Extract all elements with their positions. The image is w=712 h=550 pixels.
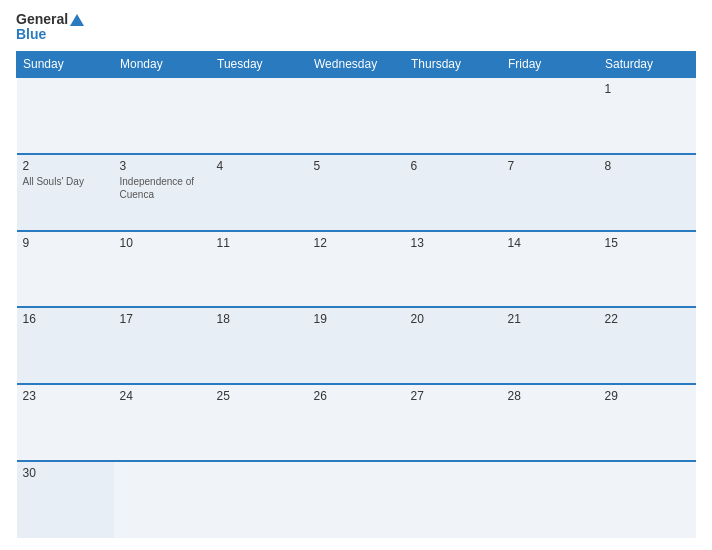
day-number: 2 (23, 159, 108, 173)
day-number: 21 (508, 312, 593, 326)
day-number: 26 (314, 389, 399, 403)
day-number: 3 (120, 159, 205, 173)
weekday-header-wednesday: Wednesday (308, 51, 405, 77)
calendar-cell: 21 (502, 307, 599, 384)
calendar-cell: 26 (308, 384, 405, 461)
day-number: 12 (314, 236, 399, 250)
calendar-cell: 8 (599, 154, 696, 231)
logo-blue-text: Blue (16, 27, 46, 42)
day-number: 6 (411, 159, 496, 173)
calendar-cell: 14 (502, 231, 599, 308)
calendar-cell (599, 461, 696, 538)
day-number: 7 (508, 159, 593, 173)
calendar-cell: 13 (405, 231, 502, 308)
calendar-cell: 11 (211, 231, 308, 308)
day-number: 29 (605, 389, 690, 403)
day-number: 19 (314, 312, 399, 326)
calendar-cell: 15 (599, 231, 696, 308)
calendar-cell (308, 77, 405, 154)
weekday-header-thursday: Thursday (405, 51, 502, 77)
day-number: 15 (605, 236, 690, 250)
week-row-5: 23242526272829 (17, 384, 696, 461)
day-number: 28 (508, 389, 593, 403)
weekday-header-friday: Friday (502, 51, 599, 77)
day-number: 18 (217, 312, 302, 326)
day-number: 14 (508, 236, 593, 250)
day-number: 11 (217, 236, 302, 250)
calendar-cell: 6 (405, 154, 502, 231)
calendar-cell: 2All Souls' Day (17, 154, 114, 231)
calendar-cell: 20 (405, 307, 502, 384)
calendar-cell (502, 77, 599, 154)
calendar-cell (114, 461, 211, 538)
day-number: 22 (605, 312, 690, 326)
calendar-cell: 22 (599, 307, 696, 384)
day-number: 8 (605, 159, 690, 173)
day-number: 5 (314, 159, 399, 173)
calendar-table: SundayMondayTuesdayWednesdayThursdayFrid… (16, 51, 696, 538)
day-number: 30 (23, 466, 108, 480)
weekday-header-sunday: Sunday (17, 51, 114, 77)
calendar-cell: 12 (308, 231, 405, 308)
weekday-header-monday: Monday (114, 51, 211, 77)
calendar-cell: 9 (17, 231, 114, 308)
calendar-cell (405, 461, 502, 538)
logo-general-text: General (16, 12, 68, 27)
day-number: 23 (23, 389, 108, 403)
calendar-header: General Blue (16, 12, 696, 43)
weekday-header-saturday: Saturday (599, 51, 696, 77)
day-number: 17 (120, 312, 205, 326)
calendar-cell (114, 77, 211, 154)
weekday-header-row: SundayMondayTuesdayWednesdayThursdayFrid… (17, 51, 696, 77)
calendar-cell: 28 (502, 384, 599, 461)
day-number: 13 (411, 236, 496, 250)
calendar-cell: 3Independence of Cuenca (114, 154, 211, 231)
calendar-cell: 29 (599, 384, 696, 461)
week-row-3: 9101112131415 (17, 231, 696, 308)
calendar-cell (211, 77, 308, 154)
week-row-6: 30 (17, 461, 696, 538)
day-number: 9 (23, 236, 108, 250)
day-number: 4 (217, 159, 302, 173)
calendar-cell: 1 (599, 77, 696, 154)
day-number: 1 (605, 82, 690, 96)
day-number: 10 (120, 236, 205, 250)
calendar-cell: 25 (211, 384, 308, 461)
calendar-cell (211, 461, 308, 538)
event-label: Independence of Cuenca (120, 175, 205, 201)
logo: General Blue (16, 12, 84, 43)
calendar-cell (17, 77, 114, 154)
calendar-cell: 7 (502, 154, 599, 231)
event-label: All Souls' Day (23, 175, 108, 188)
calendar-cell: 5 (308, 154, 405, 231)
day-number: 25 (217, 389, 302, 403)
calendar-cell: 10 (114, 231, 211, 308)
logo-triangle-icon (70, 14, 84, 26)
calendar-cell: 27 (405, 384, 502, 461)
week-row-4: 16171819202122 (17, 307, 696, 384)
calendar-cell (405, 77, 502, 154)
calendar-cell: 19 (308, 307, 405, 384)
day-number: 27 (411, 389, 496, 403)
calendar-cell (502, 461, 599, 538)
day-number: 16 (23, 312, 108, 326)
calendar-cell (308, 461, 405, 538)
calendar-cell: 16 (17, 307, 114, 384)
calendar-cell: 4 (211, 154, 308, 231)
week-row-2: 2All Souls' Day3Independence of Cuenca45… (17, 154, 696, 231)
calendar-cell: 17 (114, 307, 211, 384)
calendar-cell: 30 (17, 461, 114, 538)
calendar-cell: 24 (114, 384, 211, 461)
day-number: 20 (411, 312, 496, 326)
day-number: 24 (120, 389, 205, 403)
calendar-cell: 23 (17, 384, 114, 461)
calendar-cell: 18 (211, 307, 308, 384)
week-row-1: 1 (17, 77, 696, 154)
weekday-header-tuesday: Tuesday (211, 51, 308, 77)
